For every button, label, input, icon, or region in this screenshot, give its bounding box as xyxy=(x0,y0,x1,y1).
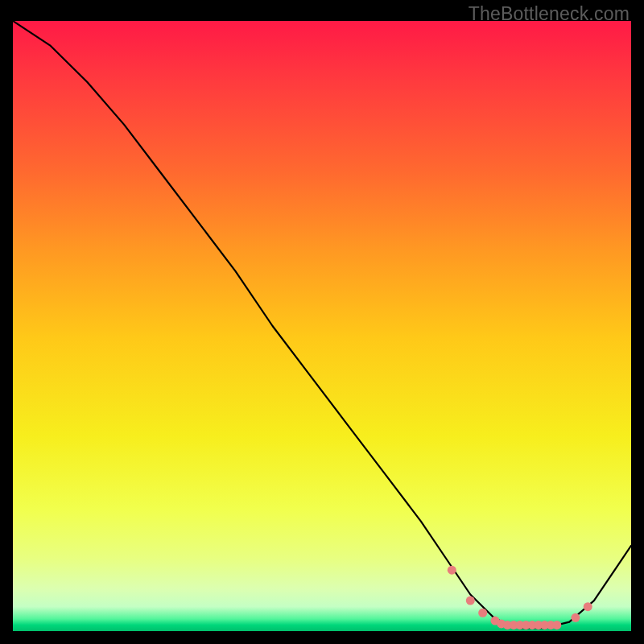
line-series-curve xyxy=(13,21,631,628)
marker-dot xyxy=(584,602,592,611)
marker-dot xyxy=(466,597,475,605)
chart-svg xyxy=(13,21,631,631)
marker-dot xyxy=(552,621,561,630)
marker-dot xyxy=(571,613,580,622)
chart-frame xyxy=(13,21,631,631)
marker-dot xyxy=(478,609,487,617)
marker-dot xyxy=(448,566,456,575)
